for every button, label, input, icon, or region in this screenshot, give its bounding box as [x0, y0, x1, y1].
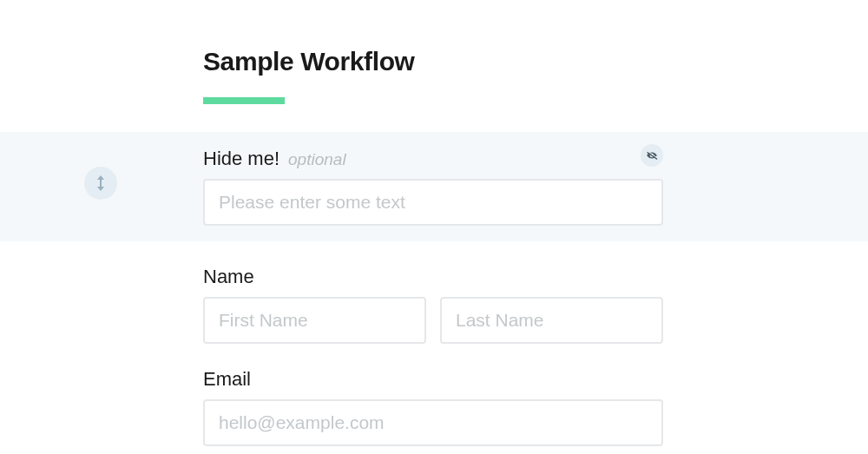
- last-name-input[interactable]: [440, 297, 663, 344]
- progress-bar: [203, 97, 663, 104]
- progress-fill: [203, 97, 285, 104]
- hideme-label: Hide me!: [203, 148, 279, 170]
- hideme-input[interactable]: [203, 179, 663, 226]
- name-field-block: Name: [203, 266, 663, 344]
- drag-vertical-icon: [95, 175, 106, 191]
- optional-tag: optional: [288, 150, 346, 169]
- first-name-input[interactable]: [203, 297, 426, 344]
- drag-handle[interactable]: [84, 167, 117, 200]
- page-title: Sample Workflow: [203, 47, 868, 76]
- eye-off-icon: [646, 149, 658, 161]
- name-label: Name: [203, 266, 254, 288]
- highlighted-field-row: Hide me! optional: [0, 132, 868, 241]
- email-input[interactable]: [203, 399, 663, 446]
- hide-field-button[interactable]: [641, 144, 663, 167]
- email-field-block: Email: [203, 368, 663, 446]
- email-label: Email: [203, 368, 251, 391]
